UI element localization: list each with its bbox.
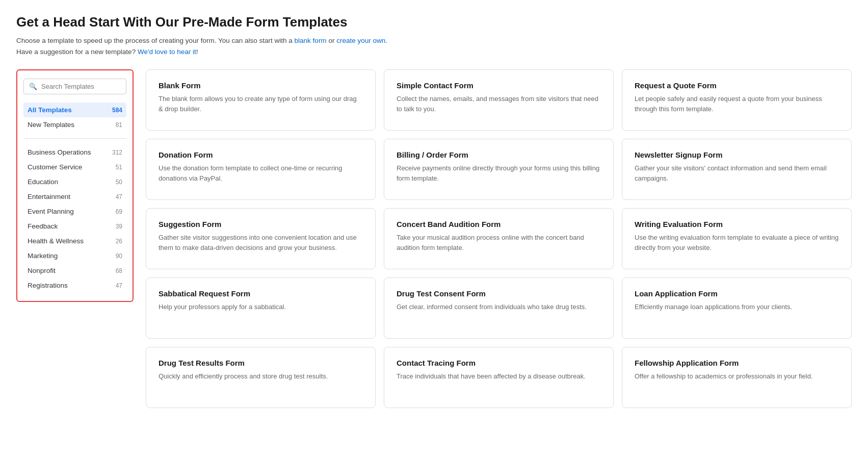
template-title-5: Newsletter Signup Form [635,150,839,159]
nav-label: Health & Wellness [28,237,84,245]
template-desc-12: Quickly and efficiently process and stor… [159,371,363,382]
template-title-4: Billing / Order Form [397,150,601,159]
template-title-0: Blank Form [159,81,363,90]
template-card-0[interactable]: Blank Form The blank form allows you to … [146,69,376,131]
page-wrapper: Get a Head Start With Our Pre-Made Form … [0,0,868,422]
nav-count: 90 [116,252,122,260]
template-desc-2: Let people safely and easily request a q… [635,94,839,114]
template-desc-7: Take your musical audition process onlin… [397,233,601,252]
templates-grid: Blank Form The blank form allows you to … [146,69,852,408]
template-title-6: Suggestion Form [159,220,363,229]
template-card-5[interactable]: Newsletter Signup Form Gather your site … [622,139,852,200]
nav-label: Customer Service [28,163,82,171]
create-own-link[interactable]: create your own [336,37,385,44]
nav-education[interactable]: Education 50 [23,174,126,189]
page-subtitle: Choose a template to speed up the proces… [16,35,852,57]
nav-count: 26 [116,238,122,245]
nav-label-new: New Templates [28,121,74,129]
nav-label: Business Operations [28,148,91,156]
template-desc-5: Gather your site visitors' contact infor… [635,163,839,183]
template-title-9: Sabbatical Request Form [159,289,363,298]
nav-label: Feedback [28,222,58,230]
suggestion-link[interactable]: We'd love to hear it [138,48,196,56]
subtitle-text-2: or [328,37,334,44]
template-desc-14: Offer a fellowship to academics or profe… [635,371,839,382]
template-desc-13: Trace individuals that have been affecte… [397,371,601,382]
nav-event-planning[interactable]: Event Planning 69 [23,204,126,219]
nav-divider [23,138,126,139]
template-title-3: Donation Form [159,150,363,159]
template-title-1: Simple Contact Form [397,81,601,90]
nav-count-all: 584 [112,107,122,114]
nav-count-new: 81 [116,121,122,129]
template-card-11[interactable]: Loan Application Form Efficiently manage… [622,277,852,339]
nav-count: 39 [116,223,122,230]
template-card-4[interactable]: Billing / Order Form Receive payments on… [384,139,614,200]
nav-label: Registrations [28,282,68,289]
template-title-11: Loan Application Form [635,289,839,298]
nav-new-templates[interactable]: New Templates 81 [23,117,126,132]
main-layout: 🔍 All Templates 584 New Templates 81 Bus… [16,69,852,408]
template-desc-11: Efficiently manage loan applications fro… [635,302,839,312]
template-title-12: Drug Test Results Form [159,359,363,367]
blank-form-link[interactable]: blank form [295,37,327,44]
nav-label-all: All Templates [28,106,72,114]
subtitle-text-1: Choose a template to speed up the proces… [16,37,293,44]
nav-count: 47 [116,193,122,200]
nav-label: Event Planning [28,208,74,215]
template-desc-8: Use the writing evaluation form template… [635,233,839,252]
nav-label: Education [28,178,58,186]
template-title-2: Request a Quote Form [635,81,839,90]
nav-customer-service[interactable]: Customer Service 51 [23,160,126,174]
template-card-10[interactable]: Drug Test Consent Form Get clear, inform… [384,277,614,339]
template-title-13: Contact Tracing Form [397,359,601,367]
template-desc-1: Collect the names, emails, and messages … [397,94,601,114]
template-desc-0: The blank form allows you to create any … [159,94,363,114]
template-card-8[interactable]: Writing Evaluation Form Use the writing … [622,208,852,269]
template-card-9[interactable]: Sabbatical Request Form Help your profes… [146,277,376,339]
nav-label: Marketing [28,252,58,260]
template-desc-9: Help your professors apply for a sabbati… [159,302,363,312]
template-card-3[interactable]: Donation Form Use the donation form temp… [146,139,376,200]
nav-label: Entertainment [28,193,70,200]
nav-count: 312 [112,149,122,156]
nav-count: 47 [116,282,122,289]
template-card-13[interactable]: Contact Tracing Form Trace individuals t… [384,347,614,408]
template-desc-4: Receive payments online directly through… [397,163,601,183]
template-card-7[interactable]: Concert Band Audition Form Take your mus… [384,208,614,269]
nav-marketing[interactable]: Marketing 90 [23,248,126,263]
nav-entertainment[interactable]: Entertainment 47 [23,189,126,204]
template-title-7: Concert Band Audition Form [397,220,601,229]
nav-count: 50 [116,179,122,186]
search-icon: 🔍 [29,83,37,90]
nav-business-operations[interactable]: Business Operations 312 [23,145,126,160]
nav-label: Nonprofit [28,267,56,274]
template-card-12[interactable]: Drug Test Results Form Quickly and effic… [146,347,376,408]
template-card-14[interactable]: Fellowship Application Form Offer a fell… [622,347,852,408]
template-desc-10: Get clear, informed consent from individ… [397,302,601,312]
page-title: Get a Head Start With Our Pre-Made Form … [16,14,852,30]
template-title-14: Fellowship Application Form [635,359,839,367]
subtitle-text-3: Have a suggestion for a new template? [16,48,136,56]
template-card-1[interactable]: Simple Contact Form Collect the names, e… [384,69,614,131]
sidebar: 🔍 All Templates 584 New Templates 81 Bus… [16,69,134,302]
template-card-6[interactable]: Suggestion Form Gather site visitor sugg… [146,208,376,269]
nav-health-wellness[interactable]: Health & Wellness 26 [23,234,126,248]
template-title-10: Drug Test Consent Form [397,289,601,298]
search-input[interactable] [41,83,121,90]
template-desc-6: Gather site visitor suggestions into one… [159,233,363,252]
template-desc-3: Use the donation form template to collec… [159,163,363,183]
template-card-2[interactable]: Request a Quote Form Let people safely a… [622,69,852,131]
nav-nonprofit[interactable]: Nonprofit 68 [23,263,126,278]
nav-count: 69 [116,208,122,215]
search-box[interactable]: 🔍 [23,79,126,94]
nav-feedback[interactable]: Feedback 39 [23,219,126,234]
nav-count: 68 [116,267,122,274]
template-title-8: Writing Evaluation Form [635,220,839,229]
nav-registrations[interactable]: Registrations 47 [23,278,126,293]
nav-count: 51 [116,164,122,171]
nav-all-templates[interactable]: All Templates 584 [23,103,126,117]
